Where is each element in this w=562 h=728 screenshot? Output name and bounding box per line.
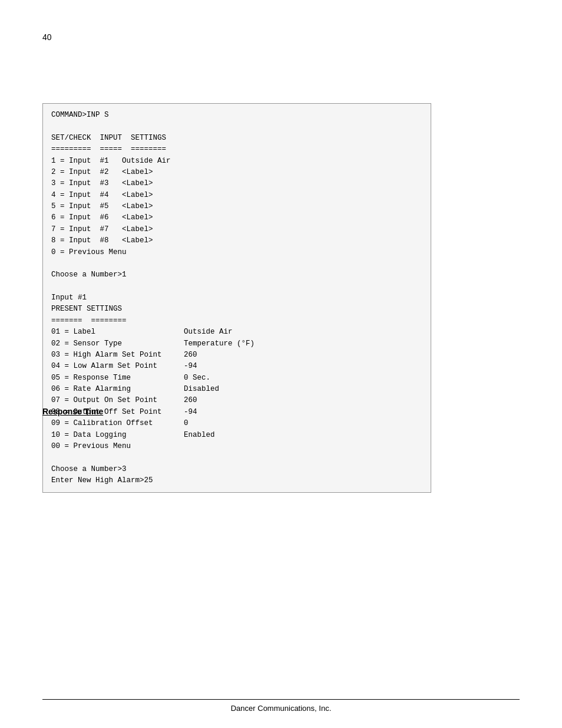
terminal-display: COMMAND>INP S SET/CHECK INPUT SETTINGS =… [42,103,431,493]
response-time-heading: Response Time [42,407,103,416]
page-number: 40 [42,32,52,42]
footer-company: Dancer Communications, Inc. [0,704,562,713]
footer-divider [42,699,520,700]
